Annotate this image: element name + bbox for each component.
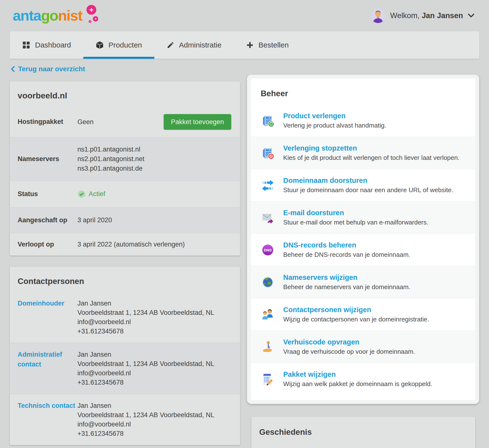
manage-item-link[interactable]: E-mail doorsturen — [283, 209, 428, 217]
chevron-left-icon — [10, 66, 16, 72]
expires-label: Verloopt op — [18, 240, 77, 249]
contact-line: Jan Jansen — [77, 299, 214, 308]
tab-bestellen[interactable]: Bestellen — [234, 31, 301, 59]
contact-details: Jan Jansen Voorbeeldstraat 1, 1234 AB Vo… — [77, 299, 214, 336]
contact-row-domeinhouder: Domeinhouder Jan Jansen Voorbeeldstraat … — [10, 292, 240, 343]
manage-item-dns-records[interactable]: DNS DNS-records beheren Beheer de DNS-re… — [251, 234, 475, 266]
nameserver-line: ns1.p01.antagonist.nl — [77, 145, 144, 154]
manage-item-link[interactable]: Domeinnaam doorsturen — [283, 177, 453, 185]
manage-item-pakket-wijzigen[interactable]: Pakket wijzigen Wijzig aan welk pakket j… — [251, 363, 475, 395]
contact-line: Voorbeeldstraat 1, 1234 AB Voorbeeldstad… — [77, 359, 214, 368]
contact-line: info@voorbeeld.nl — [77, 317, 214, 327]
manage-item-link[interactable]: DNS-records beheren — [283, 241, 410, 249]
manage-item-description: Wijzig aan welk pakket je domeinnaam is … — [283, 380, 432, 388]
manage-item-description: Vraag de verhuiscode op voor je domeinna… — [283, 348, 415, 355]
notepad-pencil-icon — [261, 372, 275, 386]
box-icon — [96, 41, 104, 49]
main-nav: Dashboard Producten Administratie Bestel… — [10, 31, 479, 59]
user-name: Jan Jansen — [422, 11, 463, 20]
globe-icon — [261, 275, 275, 289]
manage-item-description: Stuur je domeinnaam door naar een andere… — [283, 186, 453, 194]
logo-text-blue: anta — [13, 8, 41, 23]
purchased-value: 3 april 2020 — [77, 215, 112, 225]
hosting-row: Hostingpakket Geen Pakket toevoegen — [10, 107, 240, 137]
forward-arrows-icon — [261, 178, 275, 192]
nameserver-line: ns2.p01.antagonist.net — [77, 154, 144, 164]
contact-role-link[interactable]: Technisch contact — [18, 401, 77, 438]
expires-value: 3 april 2022 (automatisch verlengen) — [77, 240, 185, 249]
expires-row: Verloopt op 3 april 2022 (automatisch ve… — [10, 233, 240, 256]
manage-item-email-doorsturen[interactable]: E-mail doorsturen Stuur e-mail door met … — [251, 201, 475, 234]
contact-line: info@voorbeeld.nl — [77, 368, 214, 378]
check-circle-icon — [77, 190, 86, 198]
contacts-card: Contactpersonen Domeinhouder Jan Jansen … — [10, 267, 240, 445]
user-menu[interactable]: Welkom, Jan Jansen — [370, 8, 475, 23]
invoice-stop-icon — [261, 146, 275, 160]
status-label: Status — [18, 189, 77, 199]
domain-card: voorbeeld.nl Hostingpakket Geen Pakket t… — [10, 82, 240, 256]
contact-role-link[interactable]: Domeinhouder — [18, 299, 77, 336]
contact-line: +31.612345678 — [77, 378, 214, 387]
back-link-label: Terug naar overzicht — [18, 65, 85, 73]
status-value: Actief — [89, 190, 105, 198]
manage-item-product-verlengen[interactable]: Product verlengen Verleng je product alv… — [251, 105, 475, 137]
svg-text:DNS: DNS — [264, 248, 272, 252]
manage-item-link[interactable]: Verlenging stopzetten — [283, 144, 460, 152]
contact-role-link[interactable]: Administratief contact — [18, 350, 77, 387]
manage-item-description: Beheer de nameservers van je domeinnaam. — [283, 283, 410, 291]
grid-icon — [22, 41, 30, 49]
domain-title: voorbeeld.nl — [10, 82, 240, 107]
contact-line: +31.612345678 — [77, 327, 214, 336]
status-badge: Actief — [77, 189, 105, 199]
logo-text-orange: nist — [58, 8, 82, 23]
contact-line: Voorbeeldstraat 1, 1234 AB Voorbeeldstad… — [77, 410, 214, 420]
pink-plus-bubble-medium-icon: + — [93, 16, 98, 22]
dns-icon: DNS — [261, 243, 275, 257]
manage-item-link[interactable]: Verhuiscode opvragen — [283, 338, 415, 346]
contact-line: Jan Jansen — [77, 401, 214, 410]
manage-item-contactpersonen-wijzigen[interactable]: Contactpersonen wijzigen Wijzig de conta… — [251, 298, 475, 330]
manage-item-link[interactable]: Pakket wijzigen — [283, 370, 432, 378]
tab-dashboard[interactable]: Dashboard — [10, 31, 83, 59]
mail-forward-icon — [261, 211, 275, 225]
tab-administratie[interactable]: Administratie — [154, 31, 234, 59]
nameservers-label: Nameservers — [18, 154, 77, 164]
tab-producten[interactable]: Producten — [83, 31, 154, 59]
contacts-title: Contactpersonen — [10, 267, 240, 292]
nameserver-line: ns3.p01.antagonist.de — [77, 164, 144, 173]
manage-item-verlenging-stopzetten[interactable]: Verlenging stopzetten Kies of je dit pro… — [251, 137, 475, 169]
chevron-down-icon — [467, 12, 475, 19]
contact-line: Jan Jansen — [77, 350, 214, 359]
nameservers-value: ns1.p01.antagonist.nl ns2.p01.antagonist… — [77, 145, 144, 173]
manage-item-verhuiscode-opvragen[interactable]: Verhuiscode opvragen Vraag de verhuiscod… — [251, 330, 475, 363]
manage-panel: Beheer — [247, 75, 479, 404]
manage-item-link[interactable]: Nameservers wijzigen — [283, 273, 410, 282]
nameservers-row: Nameservers ns1.p01.antagonist.nl ns2.p0… — [10, 137, 240, 181]
hand-key-icon — [261, 340, 275, 354]
hosting-value: Geen — [77, 117, 94, 127]
pink-plus-bubble-large-icon: + — [86, 5, 96, 15]
topbar: antagonist + + + Welkom, Jan Jansen — [0, 0, 489, 31]
manage-item-nameservers-wijzigen[interactable]: Nameservers wijzigen Beheer de nameserve… — [251, 266, 475, 298]
antagonist-logo[interactable]: antagonist + + + — [13, 8, 100, 23]
logo-text-green: go — [41, 8, 58, 23]
contact-line: info@voorbeeld.nl — [77, 420, 214, 429]
back-link[interactable]: Terug naar overzicht — [10, 65, 85, 73]
manage-title: Beheer — [251, 79, 475, 105]
manage-item-description: Beheer de DNS-records van je domeinnaam. — [283, 251, 410, 259]
plus-icon — [246, 41, 254, 49]
manage-item-link[interactable]: Product verlengen — [283, 112, 386, 120]
contact-details: Jan Jansen Voorbeeldstraat 1, 1234 AB Vo… — [77, 350, 214, 387]
contact-row-administratief: Administratief contact Jan Jansen Voorbe… — [10, 343, 240, 394]
purchased-label: Aangeschaft op — [18, 215, 77, 225]
page: antagonist + + + Welkom, Jan Jansen — [0, 0, 489, 448]
contact-line: +31.612345678 — [77, 429, 214, 438]
tab-label: Producten — [109, 41, 142, 49]
manage-item-link[interactable]: Contactpersonen wijzigen — [283, 306, 429, 314]
contact-row-technisch: Technisch contact Jan Jansen Voorbeeldst… — [10, 394, 240, 445]
manage-item-description: Wijzig de contactpersonen van je domeinr… — [283, 316, 429, 323]
manage-item-domeinnaam-doorsturen[interactable]: Domeinnaam doorsturen Stuur je domeinnaa… — [251, 169, 475, 201]
pink-plus-bubble-small-icon: + — [89, 20, 91, 23]
add-package-button[interactable]: Pakket toevoegen — [164, 114, 231, 130]
welcome-text: Welkom, Jan Jansen — [390, 11, 463, 20]
